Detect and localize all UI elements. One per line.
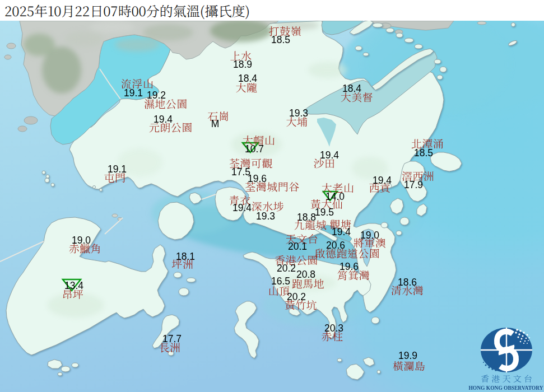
svg-text:香港天文台: 香港天文台 [481,372,532,384]
svg-text:HONG KONG OBSERVATORY: HONG KONG OBSERVATORY [469,384,543,391]
